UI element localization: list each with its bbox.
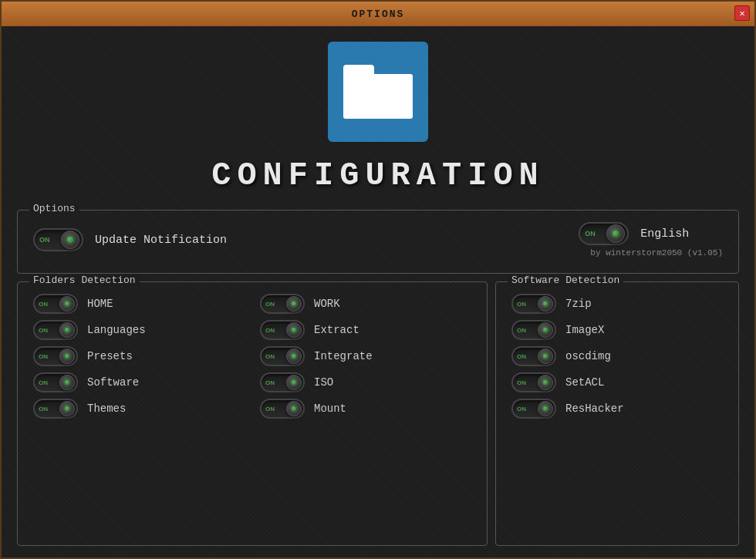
- language-toggle[interactable]: ON: [579, 222, 629, 245]
- themes-label: Themes: [87, 402, 126, 415]
- mount-label: Mount: [314, 402, 346, 415]
- software-panel-label: Software Detection: [508, 274, 623, 286]
- toggle-dot: [613, 231, 619, 237]
- language-label: English: [640, 227, 689, 241]
- folders-panel-label: Folders Detection: [29, 274, 140, 286]
- list-item: ON Extract: [260, 320, 471, 340]
- list-item: ON Presets: [33, 346, 245, 366]
- page-title: CONFIGURATION: [211, 157, 545, 194]
- toggle-dot: [67, 237, 73, 243]
- list-item: ON Languages: [33, 320, 245, 340]
- integrate-label: Integrate: [314, 350, 373, 362]
- version-text: by winterstorm2050 (v1.05): [590, 248, 723, 258]
- close-button[interactable]: ✕: [734, 5, 750, 21]
- presets-toggle[interactable]: ON: [33, 346, 78, 366]
- 7zip-label: 7zip: [565, 298, 592, 310]
- folder-icon: [343, 65, 413, 119]
- languages-toggle[interactable]: ON: [33, 320, 78, 340]
- list-item: ON oscdimg: [511, 346, 723, 366]
- home-label: HOME: [87, 298, 113, 310]
- list-item: ON ISO: [260, 372, 471, 392]
- themes-toggle[interactable]: ON: [33, 399, 78, 419]
- options-panel: Options ON Update Notification: [17, 210, 739, 274]
- list-item: ON WORK: [260, 294, 471, 314]
- setacl-label: SetACL: [565, 376, 604, 389]
- presets-label: Presets: [87, 350, 133, 362]
- oscdimg-toggle[interactable]: ON: [511, 346, 556, 366]
- list-item: ON Software: [33, 372, 245, 392]
- reshacker-toggle[interactable]: ON: [511, 399, 556, 419]
- languages-label: Languages: [87, 324, 146, 336]
- iso-toggle[interactable]: ON: [260, 372, 305, 392]
- folders-grid: ON HOME ON WORK: [33, 294, 471, 419]
- options-row: ON Update Notification ON: [33, 222, 723, 258]
- main-content: CONFIGURATION Options ON Update Notifica…: [2, 26, 754, 557]
- folder-body: [343, 74, 413, 119]
- home-toggle[interactable]: ON: [33, 294, 78, 314]
- folders-panel: Folders Detection ON HOME ON: [17, 281, 488, 546]
- toggle-knob: [606, 224, 625, 243]
- 7zip-toggle[interactable]: ON: [511, 294, 556, 314]
- mount-toggle[interactable]: ON: [260, 399, 305, 419]
- software-toggle[interactable]: ON: [33, 372, 78, 392]
- toggle-knob: [61, 231, 79, 249]
- lower-panels: Folders Detection ON HOME ON: [17, 281, 739, 546]
- title-bar: OPTIONS ✕: [2, 2, 754, 26]
- language-option: ON English by winterstorm2050 (v1.05): [579, 222, 723, 258]
- list-item: ON 7zip: [511, 294, 723, 314]
- work-label: WORK: [314, 298, 340, 310]
- list-item: ON ImageX: [511, 320, 723, 340]
- extract-label: Extract: [314, 324, 359, 336]
- software-panel: Software Detection ON 7zip ON: [495, 281, 739, 546]
- toggle-on-text: ON: [585, 230, 596, 237]
- window-title: OPTIONS: [352, 8, 405, 20]
- list-item: ON ResHacker: [511, 399, 723, 419]
- list-item: ON Themes: [33, 399, 245, 419]
- reshacker-label: ResHacker: [565, 402, 624, 415]
- oscdimg-label: oscdimg: [565, 350, 611, 362]
- main-window: OPTIONS ✕ CONFIGURATION Options ON: [0, 0, 756, 559]
- software-grid: ON 7zip ON ImageX: [511, 294, 723, 419]
- integrate-toggle[interactable]: ON: [260, 346, 305, 366]
- options-panel-label: Options: [29, 203, 79, 214]
- list-item: ON Integrate: [260, 346, 471, 366]
- work-toggle[interactable]: ON: [260, 294, 305, 314]
- software-label: Software: [87, 376, 139, 389]
- setacl-toggle[interactable]: ON: [511, 372, 556, 392]
- toggle-on-text: ON: [39, 236, 50, 244]
- imagex-label: ImageX: [565, 324, 604, 336]
- update-notification-label: Update Notification: [95, 234, 227, 247]
- app-icon: [328, 42, 428, 142]
- list-item: ON Mount: [260, 399, 471, 419]
- update-notification-option: ON Update Notification: [33, 228, 227, 251]
- list-item: ON SetACL: [511, 372, 723, 392]
- panels-area: Options ON Update Notification: [17, 210, 739, 546]
- imagex-toggle[interactable]: ON: [511, 320, 556, 340]
- update-notification-toggle[interactable]: ON: [33, 228, 83, 251]
- list-item: ON HOME: [33, 294, 245, 314]
- extract-toggle[interactable]: ON: [260, 320, 305, 340]
- iso-label: ISO: [314, 376, 333, 389]
